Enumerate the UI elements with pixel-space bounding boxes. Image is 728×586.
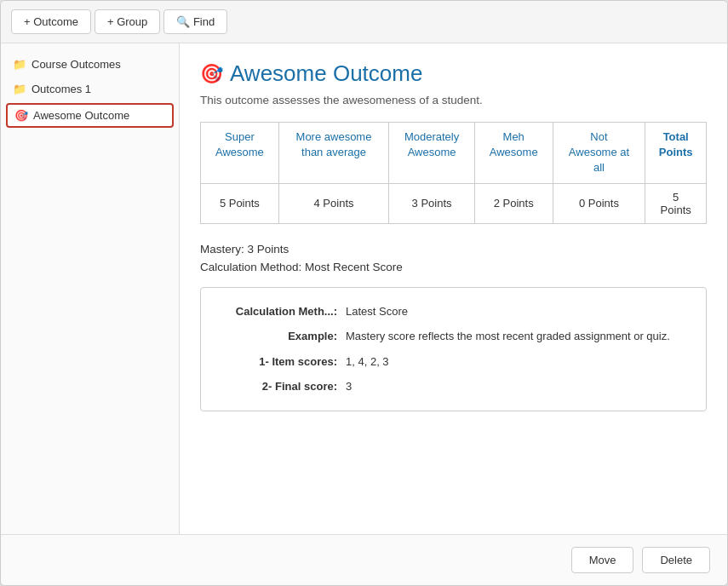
calc-value-item-scores: 1, 4, 2, 3 — [346, 353, 389, 371]
rubric-points-not: 0 Points — [553, 183, 645, 223]
footer: Move Delete — [1, 534, 727, 585]
calc-row-item-scores: 1- Item scores: 1, 4, 2, 3 — [218, 353, 689, 371]
rubric-points-meh: 2 Points — [474, 183, 553, 223]
rubric-points-moderately: 3 Points — [389, 183, 475, 223]
sidebar-item-course-outcomes[interactable]: 📁 Course Outcomes — [1, 52, 179, 77]
rubric-col-total: TotalPoints — [645, 123, 707, 184]
calc-row-example: Example: Mastery score reflects the most… — [218, 328, 689, 345]
rubric-table: SuperAwesome More awesomethan average Mo… — [200, 122, 707, 224]
main-layout: 📁 Course Outcomes 📁 Outcomes 1 🎯 Awesome… — [1, 43, 727, 534]
sidebar-item-awesome-outcome[interactable]: 🎯 Awesome Outcome — [6, 103, 174, 128]
rubric-header-row: SuperAwesome More awesomethan average Mo… — [201, 123, 707, 184]
find-button[interactable]: 🔍 Find — [163, 9, 227, 34]
mastery-info: Mastery: 3 Points — [200, 243, 707, 256]
add-group-button[interactable]: + Group — [95, 9, 160, 34]
rubric-col-not-awesome: NotAwesome atall — [553, 123, 645, 184]
outcome-icon: 🎯 — [14, 109, 28, 122]
rubric-col-meh: MehAwesome — [474, 123, 553, 184]
sidebar-item-label: Awesome Outcome — [33, 109, 129, 122]
rubric-points-row: 5 Points 4 Points 3 Points 2 Points 0 Po… — [201, 183, 707, 223]
rubric-points-super: 5 Points — [201, 183, 279, 223]
calculation-box: Calculation Meth...: Latest Score Exampl… — [200, 287, 707, 411]
outcome-description: This outcome assesses the awesomeness of… — [200, 94, 707, 106]
rubric-points-more: 4 Points — [278, 183, 389, 223]
folder-icon: 📁 — [13, 83, 26, 95]
sidebar-item-label: Course Outcomes — [32, 58, 121, 71]
calc-row-final-score: 2- Final score: 3 — [218, 378, 689, 395]
calc-label-final-score: 2- Final score: — [218, 378, 346, 395]
rubric-col-more-awesome: More awesomethan average — [278, 123, 389, 184]
calc-label-method: Calculation Meth...: — [218, 303, 346, 320]
delete-button[interactable]: Delete — [642, 547, 710, 573]
rubric-points-total: 5Points — [645, 183, 707, 223]
app-window: + Outcome + Group 🔍 Find 📁 Course Outcom… — [0, 0, 728, 586]
rubric-col-moderately: ModeratelyAwesome — [389, 123, 475, 184]
outcome-title: 🎯 Awesome Outcome — [200, 60, 707, 87]
sidebar-item-label: Outcomes 1 — [32, 83, 91, 95]
calc-label-example: Example: — [218, 328, 346, 345]
folder-icon: 📁 — [13, 58, 26, 71]
content-area: 🎯 Awesome Outcome This outcome assesses … — [180, 43, 727, 534]
calc-row-method: Calculation Meth...: Latest Score — [218, 303, 689, 320]
calc-value-method: Latest Score — [346, 303, 408, 320]
sidebar-item-outcomes-1[interactable]: 📁 Outcomes 1 — [1, 77, 179, 101]
add-outcome-button[interactable]: + Outcome — [11, 9, 91, 34]
move-button[interactable]: Move — [571, 547, 634, 573]
outcome-title-icon: 🎯 — [200, 63, 223, 85]
toolbar: + Outcome + Group 🔍 Find — [1, 1, 727, 43]
calc-label-item-scores: 1- Item scores: — [218, 353, 346, 371]
calc-value-final-score: 3 — [346, 378, 352, 395]
sidebar: 📁 Course Outcomes 📁 Outcomes 1 🎯 Awesome… — [1, 43, 180, 534]
rubric-col-super-awesome: SuperAwesome — [201, 123, 279, 184]
calculation-method-info: Calculation Method: Most Recent Score — [200, 261, 707, 273]
calc-value-example: Mastery score reflects the most recent g… — [346, 328, 670, 345]
outcome-title-text: Awesome Outcome — [230, 60, 422, 87]
